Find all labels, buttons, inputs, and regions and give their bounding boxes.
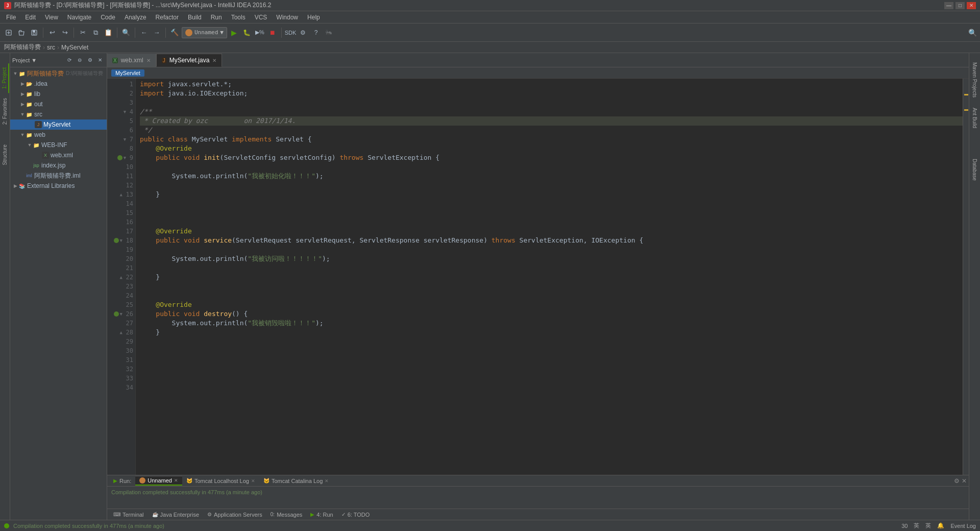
search-everywhere[interactable]: 🔍: [968, 29, 977, 37]
code-content[interactable]: import javax.servlet.*; import java.io.I…: [136, 79, 963, 475]
toolbar-redo[interactable]: ↪: [59, 27, 70, 38]
toolbar-ant[interactable]: 🐜: [323, 27, 334, 38]
menu-navigate[interactable]: Navigate: [63, 13, 95, 22]
toolbar-sdk[interactable]: SDK: [285, 27, 296, 38]
toolbar-stop[interactable]: ⏹: [267, 27, 278, 38]
tab-favorites[interactable]: 2: Favorites: [1, 94, 9, 129]
right-tab-database[interactable]: Database: [971, 155, 978, 185]
fold-13[interactable]: ▲: [120, 192, 125, 197]
run-config-selector[interactable]: Unnamed ▼: [182, 27, 227, 38]
encoding-indicator[interactable]: 英: [914, 522, 919, 529]
tab-project[interactable]: 1: Project: [1, 63, 9, 93]
tree-ext-libs[interactable]: ▶ 📚 External Libraries: [10, 181, 107, 191]
bc-myservlet[interactable]: MyServlet: [61, 44, 88, 51]
toolbar-debug-config[interactable]: 🐛: [241, 27, 253, 38]
toolbar-build-project[interactable]: 🔨: [169, 27, 180, 38]
maximize-button[interactable]: □: [955, 2, 965, 9]
tab-webxml[interactable]: X web.xml ✕: [107, 54, 156, 67]
line-col-indicator[interactable]: 30: [901, 523, 908, 529]
toolbar-save[interactable]: [29, 27, 40, 38]
hide-btn[interactable]: ✕: [95, 56, 105, 65]
toolbar-forward[interactable]: →: [151, 27, 162, 38]
toolbar-copy[interactable]: ⧉: [90, 27, 101, 38]
close-button[interactable]: ✕: [967, 2, 976, 9]
toolbar-open[interactable]: [16, 27, 27, 38]
run-unnamed-close[interactable]: ✕: [174, 478, 178, 483]
toolbar-undo[interactable]: ↩: [46, 27, 58, 38]
right-tab-ant[interactable]: Ant Build: [971, 104, 978, 132]
tree-webinf[interactable]: ▼ 📁 WEB-INF: [10, 140, 107, 150]
fold-28[interactable]: ▲: [120, 330, 125, 335]
menu-window[interactable]: Window: [272, 13, 302, 22]
tool-tab-messages[interactable]: 0: Messages: [266, 511, 306, 519]
minimize-button[interactable]: —: [944, 2, 953, 9]
run-tab-unnamed[interactable]: Unnamed ✕: [135, 476, 182, 486]
tree-web[interactable]: ▼ 📁 web: [10, 130, 107, 140]
tree-lib[interactable]: ▶ 📁 lib: [10, 89, 107, 99]
toolbar-run-with-coverage[interactable]: ▶%: [254, 27, 265, 38]
toolbar-paste[interactable]: 📋: [103, 27, 114, 38]
tool-tab-app-servers[interactable]: ⚙ Application Servers: [203, 511, 266, 519]
tab-myservlet[interactable]: J MyServlet.java ✕: [156, 54, 223, 67]
run-settings-btn[interactable]: ⚙: [954, 477, 960, 485]
fold-7[interactable]: ▼: [124, 137, 129, 142]
menu-build[interactable]: Build: [184, 13, 206, 22]
menu-run[interactable]: Run: [207, 13, 226, 22]
tool-tab-java-enterprise[interactable]: ☕ Java Enterprise: [148, 511, 203, 519]
menu-edit[interactable]: Edit: [21, 13, 40, 22]
event-log[interactable]: Event Log: [950, 523, 976, 529]
toolbar-run-config[interactable]: ▶: [229, 27, 240, 38]
linesep-indicator[interactable]: 英: [925, 522, 931, 529]
tree-out[interactable]: ▶ 📁 out: [10, 99, 107, 109]
tree-myservlet[interactable]: J MyServlet: [10, 119, 107, 130]
gutter-7: ▼ 7: [107, 135, 135, 144]
menu-refactor[interactable]: Refactor: [152, 13, 183, 22]
webinf-arrow: ▼: [27, 142, 33, 148]
run-hide-btn[interactable]: ✕: [962, 477, 967, 485]
fold-22[interactable]: ▲: [120, 275, 125, 280]
toolbar-find[interactable]: 🔍: [120, 27, 132, 38]
menu-help[interactable]: Help: [303, 13, 324, 22]
webxml-tab-close[interactable]: ✕: [146, 58, 151, 63]
myservlet-tab-close[interactable]: ✕: [212, 58, 216, 63]
tomcat-catalina-label: Tomcat Catalina Log: [272, 478, 323, 484]
menu-analyze[interactable]: Analyze: [120, 13, 151, 22]
toolbar-help[interactable]: ?: [310, 27, 322, 38]
toolbar-new[interactable]: [3, 27, 14, 38]
run-tab-tomcat-localhost[interactable]: 🐱 Tomcat Localhost Log ✕: [182, 477, 259, 485]
tool-tab-todo[interactable]: ✓ 6: TODO: [337, 511, 374, 519]
tree-idea[interactable]: ▶ 📂 .idea: [10, 79, 107, 89]
tree-indexjsp[interactable]: jsp index.jsp: [10, 160, 107, 171]
toolbar-cut[interactable]: ✂: [77, 27, 88, 38]
fold-26[interactable]: ▼: [120, 311, 125, 317]
editor-bc-myservlet[interactable]: MyServlet: [111, 69, 144, 77]
collapse-btn[interactable]: ⊖: [75, 56, 84, 65]
menu-tools[interactable]: Tools: [227, 13, 250, 22]
run-tab-run[interactable]: ▶ Run:: [109, 477, 135, 485]
tree-webxml[interactable]: X web.xml: [10, 150, 107, 160]
bc-src[interactable]: src: [47, 44, 55, 51]
root-path: D:\阿斯顿辅导费: [66, 70, 103, 77]
sync-btn[interactable]: ⟳: [65, 56, 74, 65]
tomcat-catalina-close[interactable]: ✕: [325, 478, 329, 484]
tab-structure[interactable]: Structure: [1, 140, 9, 170]
toolbar-back[interactable]: ←: [138, 27, 150, 38]
menu-vcs[interactable]: VCS: [251, 13, 272, 22]
tool-tab-terminal[interactable]: ⌨ Terminal: [109, 511, 148, 519]
tomcat-localhost-close[interactable]: ✕: [251, 478, 255, 484]
tree-src[interactable]: ▼ 📁 src: [10, 109, 107, 119]
toolbar-settings[interactable]: ⚙: [298, 27, 309, 38]
tree-root[interactable]: ▼ 📁 阿斯顿辅导费 D:\阿斯顿辅导费: [10, 68, 107, 79]
tree-iml[interactable]: iml 阿斯顿辅导费.iml: [10, 171, 107, 181]
menu-view[interactable]: View: [41, 13, 62, 22]
menu-file[interactable]: File: [2, 13, 20, 22]
right-tab-maven[interactable]: Maven Projects: [971, 58, 978, 102]
fold-4[interactable]: ▼: [124, 109, 129, 114]
fold-9[interactable]: ▼: [124, 155, 129, 160]
settings-btn[interactable]: ⚙: [85, 56, 94, 65]
tool-tab-run2[interactable]: ▶ 4: Run: [306, 511, 337, 519]
bc-project[interactable]: 阿斯顿辅导费: [4, 43, 41, 52]
run-tab-tomcat-catalina[interactable]: 🐱 Tomcat Catalina Log ✕: [259, 477, 333, 485]
fold-18[interactable]: ▼: [120, 238, 125, 243]
menu-code[interactable]: Code: [96, 13, 119, 22]
